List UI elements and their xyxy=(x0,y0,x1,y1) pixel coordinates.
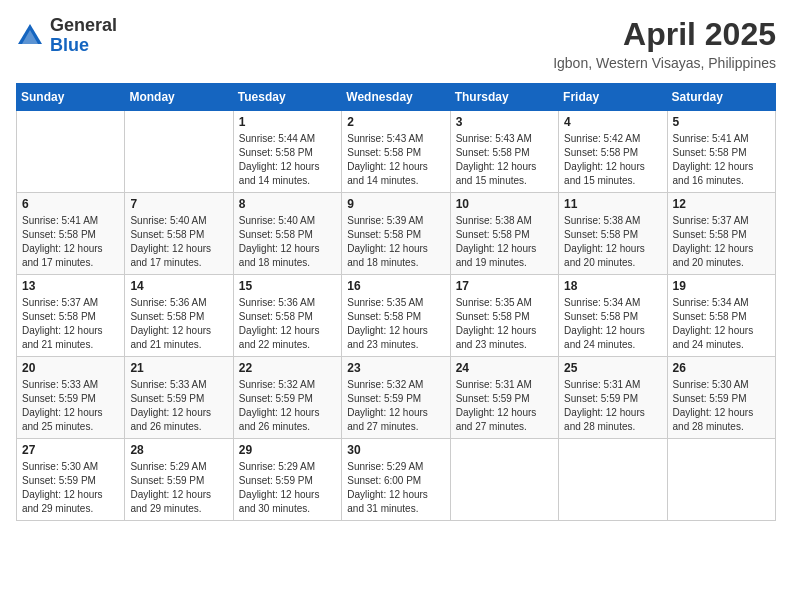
day-number: 3 xyxy=(456,115,553,129)
calendar-cell: 11Sunrise: 5:38 AMSunset: 5:58 PMDayligh… xyxy=(559,193,667,275)
calendar-cell: 1Sunrise: 5:44 AMSunset: 5:58 PMDaylight… xyxy=(233,111,341,193)
logo-text: General Blue xyxy=(50,16,117,56)
calendar-cell: 5Sunrise: 5:41 AMSunset: 5:58 PMDaylight… xyxy=(667,111,775,193)
calendar-week-row: 1Sunrise: 5:44 AMSunset: 5:58 PMDaylight… xyxy=(17,111,776,193)
weekday-header: Wednesday xyxy=(342,84,450,111)
calendar-cell xyxy=(667,439,775,521)
day-number: 7 xyxy=(130,197,227,211)
day-detail: Sunrise: 5:42 AMSunset: 5:58 PMDaylight:… xyxy=(564,132,661,188)
calendar-cell: 22Sunrise: 5:32 AMSunset: 5:59 PMDayligh… xyxy=(233,357,341,439)
day-number: 4 xyxy=(564,115,661,129)
day-number: 24 xyxy=(456,361,553,375)
location: Igbon, Western Visayas, Philippines xyxy=(553,55,776,71)
calendar-cell: 23Sunrise: 5:32 AMSunset: 5:59 PMDayligh… xyxy=(342,357,450,439)
title-block: April 2025 Igbon, Western Visayas, Phili… xyxy=(553,16,776,71)
day-detail: Sunrise: 5:44 AMSunset: 5:58 PMDaylight:… xyxy=(239,132,336,188)
calendar-cell: 20Sunrise: 5:33 AMSunset: 5:59 PMDayligh… xyxy=(17,357,125,439)
day-detail: Sunrise: 5:32 AMSunset: 5:59 PMDaylight:… xyxy=(239,378,336,434)
weekday-header: Saturday xyxy=(667,84,775,111)
logo-blue: Blue xyxy=(50,35,89,55)
calendar-week-row: 27Sunrise: 5:30 AMSunset: 5:59 PMDayligh… xyxy=(17,439,776,521)
calendar-cell xyxy=(559,439,667,521)
day-number: 26 xyxy=(673,361,770,375)
day-detail: Sunrise: 5:38 AMSunset: 5:58 PMDaylight:… xyxy=(564,214,661,270)
day-number: 5 xyxy=(673,115,770,129)
calendar-cell: 16Sunrise: 5:35 AMSunset: 5:58 PMDayligh… xyxy=(342,275,450,357)
logo: General Blue xyxy=(16,16,117,56)
day-detail: Sunrise: 5:36 AMSunset: 5:58 PMDaylight:… xyxy=(130,296,227,352)
calendar-week-row: 13Sunrise: 5:37 AMSunset: 5:58 PMDayligh… xyxy=(17,275,776,357)
logo-icon xyxy=(16,22,44,50)
day-number: 8 xyxy=(239,197,336,211)
calendar-cell: 21Sunrise: 5:33 AMSunset: 5:59 PMDayligh… xyxy=(125,357,233,439)
day-number: 17 xyxy=(456,279,553,293)
calendar-cell xyxy=(125,111,233,193)
day-detail: Sunrise: 5:36 AMSunset: 5:58 PMDaylight:… xyxy=(239,296,336,352)
month-year: April 2025 xyxy=(553,16,776,53)
day-number: 12 xyxy=(673,197,770,211)
calendar-cell: 7Sunrise: 5:40 AMSunset: 5:58 PMDaylight… xyxy=(125,193,233,275)
calendar-cell: 10Sunrise: 5:38 AMSunset: 5:58 PMDayligh… xyxy=(450,193,558,275)
day-detail: Sunrise: 5:35 AMSunset: 5:58 PMDaylight:… xyxy=(347,296,444,352)
day-detail: Sunrise: 5:40 AMSunset: 5:58 PMDaylight:… xyxy=(130,214,227,270)
calendar-cell xyxy=(17,111,125,193)
calendar-cell: 15Sunrise: 5:36 AMSunset: 5:58 PMDayligh… xyxy=(233,275,341,357)
day-number: 10 xyxy=(456,197,553,211)
day-number: 22 xyxy=(239,361,336,375)
calendar-cell: 17Sunrise: 5:35 AMSunset: 5:58 PMDayligh… xyxy=(450,275,558,357)
calendar-cell: 3Sunrise: 5:43 AMSunset: 5:58 PMDaylight… xyxy=(450,111,558,193)
day-number: 9 xyxy=(347,197,444,211)
day-detail: Sunrise: 5:43 AMSunset: 5:58 PMDaylight:… xyxy=(347,132,444,188)
day-detail: Sunrise: 5:39 AMSunset: 5:58 PMDaylight:… xyxy=(347,214,444,270)
weekday-header: Monday xyxy=(125,84,233,111)
calendar-cell: 12Sunrise: 5:37 AMSunset: 5:58 PMDayligh… xyxy=(667,193,775,275)
day-number: 23 xyxy=(347,361,444,375)
weekday-header: Tuesday xyxy=(233,84,341,111)
day-detail: Sunrise: 5:41 AMSunset: 5:58 PMDaylight:… xyxy=(22,214,119,270)
day-number: 19 xyxy=(673,279,770,293)
day-detail: Sunrise: 5:32 AMSunset: 5:59 PMDaylight:… xyxy=(347,378,444,434)
calendar-cell: 4Sunrise: 5:42 AMSunset: 5:58 PMDaylight… xyxy=(559,111,667,193)
day-detail: Sunrise: 5:34 AMSunset: 5:58 PMDaylight:… xyxy=(673,296,770,352)
calendar-week-row: 6Sunrise: 5:41 AMSunset: 5:58 PMDaylight… xyxy=(17,193,776,275)
calendar-cell: 27Sunrise: 5:30 AMSunset: 5:59 PMDayligh… xyxy=(17,439,125,521)
calendar-cell: 19Sunrise: 5:34 AMSunset: 5:58 PMDayligh… xyxy=(667,275,775,357)
day-detail: Sunrise: 5:31 AMSunset: 5:59 PMDaylight:… xyxy=(564,378,661,434)
day-number: 14 xyxy=(130,279,227,293)
calendar-cell xyxy=(450,439,558,521)
calendar-cell: 13Sunrise: 5:37 AMSunset: 5:58 PMDayligh… xyxy=(17,275,125,357)
day-detail: Sunrise: 5:41 AMSunset: 5:58 PMDaylight:… xyxy=(673,132,770,188)
day-number: 29 xyxy=(239,443,336,457)
weekday-header-row: SundayMondayTuesdayWednesdayThursdayFrid… xyxy=(17,84,776,111)
calendar-cell: 14Sunrise: 5:36 AMSunset: 5:58 PMDayligh… xyxy=(125,275,233,357)
day-detail: Sunrise: 5:29 AMSunset: 5:59 PMDaylight:… xyxy=(239,460,336,516)
weekday-header: Friday xyxy=(559,84,667,111)
day-detail: Sunrise: 5:33 AMSunset: 5:59 PMDaylight:… xyxy=(130,378,227,434)
calendar-cell: 6Sunrise: 5:41 AMSunset: 5:58 PMDaylight… xyxy=(17,193,125,275)
day-detail: Sunrise: 5:38 AMSunset: 5:58 PMDaylight:… xyxy=(456,214,553,270)
weekday-header: Thursday xyxy=(450,84,558,111)
day-number: 6 xyxy=(22,197,119,211)
day-detail: Sunrise: 5:34 AMSunset: 5:58 PMDaylight:… xyxy=(564,296,661,352)
day-detail: Sunrise: 5:30 AMSunset: 5:59 PMDaylight:… xyxy=(673,378,770,434)
day-number: 21 xyxy=(130,361,227,375)
day-number: 27 xyxy=(22,443,119,457)
calendar-week-row: 20Sunrise: 5:33 AMSunset: 5:59 PMDayligh… xyxy=(17,357,776,439)
day-number: 16 xyxy=(347,279,444,293)
day-number: 25 xyxy=(564,361,661,375)
day-detail: Sunrise: 5:29 AMSunset: 6:00 PMDaylight:… xyxy=(347,460,444,516)
calendar-cell: 8Sunrise: 5:40 AMSunset: 5:58 PMDaylight… xyxy=(233,193,341,275)
day-detail: Sunrise: 5:40 AMSunset: 5:58 PMDaylight:… xyxy=(239,214,336,270)
day-detail: Sunrise: 5:29 AMSunset: 5:59 PMDaylight:… xyxy=(130,460,227,516)
day-number: 13 xyxy=(22,279,119,293)
day-number: 20 xyxy=(22,361,119,375)
day-number: 1 xyxy=(239,115,336,129)
day-detail: Sunrise: 5:33 AMSunset: 5:59 PMDaylight:… xyxy=(22,378,119,434)
day-number: 30 xyxy=(347,443,444,457)
weekday-header: Sunday xyxy=(17,84,125,111)
page-header: General Blue April 2025 Igbon, Western V… xyxy=(16,16,776,71)
calendar-cell: 9Sunrise: 5:39 AMSunset: 5:58 PMDaylight… xyxy=(342,193,450,275)
day-detail: Sunrise: 5:35 AMSunset: 5:58 PMDaylight:… xyxy=(456,296,553,352)
calendar-table: SundayMondayTuesdayWednesdayThursdayFrid… xyxy=(16,83,776,521)
calendar-cell: 26Sunrise: 5:30 AMSunset: 5:59 PMDayligh… xyxy=(667,357,775,439)
